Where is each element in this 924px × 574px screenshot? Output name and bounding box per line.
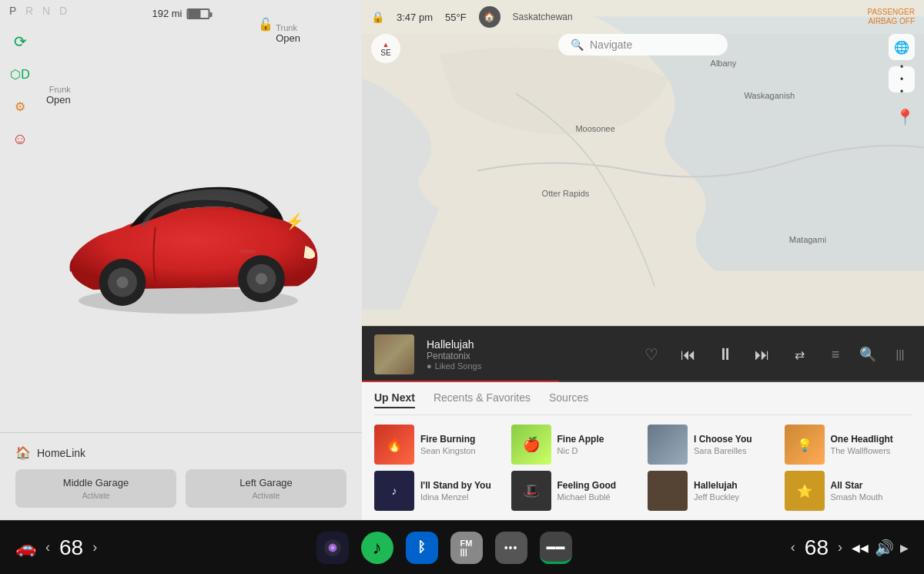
garage-buttons: Middle Garage Activate Left Garage Activ… [15, 469, 346, 508]
map-search-bar[interactable]: 🔍 Navigate [558, 34, 728, 55]
map-topbar: 🔒 3:47 pm 55°F 🏠 Saskatchewan PASSENGERA… [362, 0, 924, 34]
volume-speaker-icon: 🔊 [875, 539, 894, 557]
queue-info-one-headlight: One Headlight The Wallflowers [831, 434, 912, 455]
progress-bar [362, 381, 559, 382]
queue-artist: The Wallflowers [831, 446, 912, 455]
track-info: Hallelujah Pentatonix ● Liked Songs [427, 338, 627, 371]
tesla-svg [35, 109, 327, 324]
list-item[interactable]: 🍎 Fine Apple Nic D [511, 425, 639, 465]
trunk-label: Trunk Open [276, 23, 300, 44]
trunk-label-title: Trunk [276, 23, 300, 32]
queue-title: One Headlight [831, 434, 912, 446]
compass-label: SE [380, 49, 390, 57]
list-item[interactable]: 🎩 Feeling Good Michael Bublé [511, 471, 639, 511]
trunk-lock-icon[interactable]: 🔓 [258, 17, 273, 32]
list-item[interactable]: 🔥 Fire Burning Sean Kingston [374, 425, 502, 465]
queue-art-one-headlight: 💡 [785, 425, 825, 465]
queue-artist: Sara Bareilles [694, 446, 775, 455]
taskbar-left: 🚗 ‹ 68 › [15, 535, 97, 560]
queue-info-fire-burning: Fire Burning Sean Kingston [420, 434, 502, 455]
player-controls: ♡ ⏮ ⏸ ⏭ ⇄ [639, 342, 812, 367]
radio-app-icon[interactable]: FM||| [450, 532, 483, 564]
tab-recents[interactable]: Recents & Favorites [434, 391, 531, 408]
location-pin-icon[interactable]: 📍 [896, 108, 915, 126]
queue-art-hallelujah [648, 471, 688, 511]
list-item[interactable]: Hallelujah Jeff Buckley [648, 471, 775, 511]
queue-artist: Idina Menzel [420, 492, 502, 502]
queue-artist: Michael Bublé [557, 492, 639, 502]
queue-artist: Smash Mouth [831, 492, 912, 502]
source-dot-icon: ● [427, 361, 432, 371]
right-chevron-icon[interactable]: › [92, 539, 97, 556]
taskbar-apps: ♪ ᛒ FM||| ••• ▬▬ [316, 532, 572, 564]
equalizer-button[interactable]: ||| [889, 343, 912, 366]
passenger-airbag: PASSENGERAIRBAG OFF [868, 8, 916, 26]
globe-icon-btn[interactable]: 🌐 [889, 34, 915, 60]
media-app-icon[interactable]: ▬▬ [540, 532, 572, 564]
prev-button[interactable]: ⏮ [676, 342, 701, 367]
volume-left-icon: ◀◀ [852, 542, 869, 554]
status-bar: 🔒 3:47 pm 55°F 🏠 Saskatchewan [371, 6, 573, 28]
car-area: Trunk Open 🔓 Frunk Open [0, 0, 362, 432]
homelink-section: 🏠 HomeLink Middle Garage Activate Left G… [0, 432, 362, 520]
search-button[interactable]: 🔍 [856, 343, 879, 366]
volume-control[interactable]: ◀◀ 🔊 ▶ [852, 539, 909, 557]
compass[interactable]: ▲ SE [371, 34, 400, 63]
list-item[interactable]: 💡 One Headlight The Wallflowers [785, 425, 912, 465]
lock-icon: 🔒 [371, 11, 384, 23]
right-next-chevron[interactable]: › [838, 539, 842, 556]
home-icon-btn[interactable]: 🏠 [479, 6, 500, 28]
shuffle-button[interactable]: ⇄ [787, 342, 812, 367]
queue-info-stand-by-you: I'll Stand by You Idina Menzel [420, 480, 502, 502]
next-button[interactable]: ⏭ [750, 342, 775, 367]
player-extra: ≡ 🔍 ||| [824, 343, 912, 366]
queue-title: Feeling Good [557, 480, 639, 492]
spotify-app-icon[interactable]: ♪ [361, 532, 393, 564]
track-source: ● Liked Songs [427, 361, 627, 371]
queue-art-i-choose-you [648, 425, 688, 465]
trunk-status: Open [276, 32, 300, 44]
volume-right-icon: ▶ [900, 542, 909, 554]
menu-dots-icon-btn[interactable]: ••• [889, 66, 915, 92]
queue-title: I Choose You [694, 434, 775, 446]
svg-point-6 [256, 273, 267, 284]
homelink-header: 🏠 HomeLink [15, 445, 346, 460]
left-garage-button[interactable]: Left Garage Activate [186, 469, 346, 508]
list-item[interactable]: ⭐ All Star Smash Mouth [785, 471, 912, 511]
time-display: 3:47 pm [397, 12, 433, 23]
right-prev-chevron[interactable]: ‹ [791, 539, 795, 556]
list-item[interactable]: I Choose You Sara Bareilles [648, 425, 775, 465]
queue-tabs: Up Next Recents & Favorites Sources [374, 391, 912, 415]
taskbar-car-icon[interactable]: 🚗 [15, 538, 36, 558]
queue-art-stand-by-you: ♪ [374, 471, 414, 511]
track-artist: Pentatonix [427, 351, 627, 361]
homelink-house-icon: 🏠 [15, 445, 31, 460]
queue-artist: Nic D [557, 446, 639, 455]
queue-button[interactable]: ≡ [824, 343, 847, 366]
tab-up-next[interactable]: Up Next [374, 391, 415, 408]
frunk-label-title: Frunk [46, 85, 71, 94]
homelink-label: HomeLink [37, 447, 85, 459]
svg-point-11 [330, 545, 333, 549]
heart-button[interactable]: ♡ [639, 342, 664, 367]
temp-display: 55°F [445, 12, 467, 23]
charge-icon: ⚡ [285, 212, 304, 230]
tab-sources[interactable]: Sources [549, 391, 588, 408]
list-item[interactable]: ♪ I'll Stand by You Idina Menzel [374, 471, 502, 511]
map-area[interactable]: Albany Moosonee Otter Rapids Waskaganish… [362, 0, 924, 326]
queue-grid: 🔥 Fire Burning Sean Kingston 🍎 Fine Appl… [374, 425, 912, 511]
svg-point-3 [116, 276, 128, 287]
pause-button[interactable]: ⏸ [713, 342, 738, 367]
left-chevron-icon[interactable]: ‹ [45, 539, 50, 556]
frunk-label: Frunk Open [46, 85, 71, 106]
camera-app-icon[interactable] [316, 532, 349, 564]
spotify-icon: ♪ [373, 537, 382, 559]
taskbar: 🚗 ‹ 68 › ♪ ᛒ FM||| ••• ▬▬ ‹ 68 [0, 520, 924, 574]
queue-info-all-star: All Star Smash Mouth [831, 480, 912, 502]
queue-artist: Jeff Buckley [694, 492, 775, 502]
left-panel: P R N D 192 mi ⟳ ⬡D ⚙ ☺ Trunk Open 🔓 [0, 0, 362, 520]
queue-title: All Star [831, 480, 912, 492]
middle-garage-button[interactable]: Middle Garage Activate [15, 469, 176, 508]
bluetooth-app-icon[interactable]: ᛒ [406, 532, 438, 564]
more-apps-icon[interactable]: ••• [495, 532, 527, 564]
